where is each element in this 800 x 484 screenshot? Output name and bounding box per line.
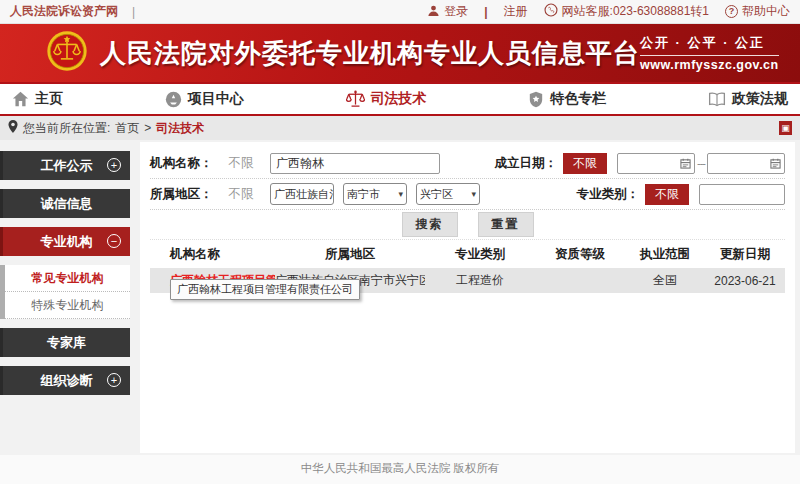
col-header-category: 专业类别	[425, 246, 535, 263]
sidebar-item-work-publicity[interactable]: 工作公示 +	[0, 151, 130, 180]
reset-button[interactable]: 重置	[478, 212, 534, 237]
col-header-qualification: 资质等级	[535, 246, 625, 263]
founded-unlimited-button[interactable]: 不限	[563, 153, 607, 174]
col-header-update-date: 更新日期	[705, 246, 785, 263]
sidebar: 工作公示 + 诚信信息 专业机构 − 常见专业机构 特殊专业机构 专家库 组织诊…	[0, 140, 130, 404]
nav-item-project-center[interactable]: 项目中心	[165, 90, 244, 108]
col-header-region: 所属地区	[275, 246, 425, 263]
scales-icon	[346, 90, 365, 108]
content-area: 工作公示 + 诚信信息 专业机构 − 常见专业机构 特殊专业机构 专家库 组织诊…	[0, 140, 800, 455]
nav-item-home[interactable]: 主页	[12, 90, 63, 108]
breadcrumb-current: 司法技术	[156, 120, 204, 137]
cell-category: 工程造价	[425, 272, 535, 289]
hotline: 网站客服:023-63088881转1	[544, 3, 709, 20]
top-utility-bar: 人民法院诉讼资产网 | 登录 | 注册 网站客服:023-63088881转1 …	[0, 0, 800, 24]
breadcrumb-separator: >	[144, 121, 151, 135]
chevron-down-icon: ▾	[471, 189, 476, 199]
register-link[interactable]: 注册	[504, 3, 528, 20]
founded-date-label: 成立日期：	[495, 155, 558, 172]
sidebar-item-org-diagnosis[interactable]: 组织诊断 +	[0, 366, 130, 395]
form-buttons-row: 搜索 重置	[150, 210, 785, 240]
category-label: 专业类别：	[577, 186, 640, 203]
calendar-icon	[770, 158, 781, 169]
shield-icon	[528, 91, 544, 108]
breadcrumb-tool-button[interactable]: ▣	[779, 121, 792, 135]
org-name-label: 机构名称：	[150, 155, 218, 172]
founded-start-date-input[interactable]	[617, 153, 695, 174]
breadcrumb-home[interactable]: 首页	[115, 120, 139, 137]
breadcrumb: 您当前所在位置: 首页 > 司法技术 ▣	[0, 116, 800, 140]
sidebar-item-professional-orgs[interactable]: 专业机构 −	[0, 227, 130, 256]
site-url: www.rmfysszc.gov.cn	[640, 58, 779, 72]
litigation-assets-site-link[interactable]: 人民法院诉讼资产网	[10, 3, 118, 20]
project-icon	[165, 91, 182, 108]
site-title: 人民法院对外委托专业机构专业人员信息平台	[100, 36, 640, 71]
province-select[interactable]: 广西壮族自治 ▾	[270, 183, 334, 205]
form-row-org-name: 机构名称： 不限 成立日期： 不限 ---	[150, 148, 785, 179]
site-banner: 人民法院对外委托专业机构专业人员信息平台 公开 · 公平 · 公正 www.rm…	[0, 24, 800, 82]
district-select[interactable]: 兴宁区 ▾	[416, 183, 480, 205]
category-unlimited-button[interactable]: 不限	[645, 184, 689, 205]
org-name-unlimited-option[interactable]: 不限	[218, 155, 264, 172]
col-header-practice-scope: 执业范围	[625, 246, 705, 263]
chevron-down-icon: ▾	[398, 189, 403, 199]
site-slogan: 公开 · 公平 · 公正	[640, 34, 779, 56]
results-table-header: 机构名称 所属地区 专业类别 资质等级 执业范围 更新日期	[150, 240, 785, 268]
cell-practice-scope: 全国	[625, 272, 705, 289]
court-emblem-logo	[46, 30, 88, 76]
nav-item-special-column[interactable]: 特色专栏	[528, 90, 606, 108]
book-icon	[708, 92, 726, 107]
user-icon	[427, 4, 440, 20]
calendar-icon	[680, 158, 691, 169]
plus-circle-icon: +	[107, 373, 121, 387]
search-button[interactable]: 搜索	[402, 212, 458, 237]
submenu-item-common-orgs[interactable]: 常见专业机构	[5, 265, 130, 292]
founded-end-date-input[interactable]	[707, 153, 785, 174]
sidebar-item-integrity-info[interactable]: 诚信信息	[0, 189, 130, 218]
footer-copyright: 中华人民共和国最高人民法院 版权所有	[0, 455, 800, 484]
plus-circle-icon: +	[107, 158, 121, 172]
col-header-org-name: 机构名称	[150, 246, 275, 263]
category-input[interactable]	[699, 184, 785, 205]
topbar-divider: |	[132, 5, 135, 19]
breadcrumb-prefix: 您当前所在位置:	[23, 120, 110, 137]
sidebar-item-expert-library[interactable]: 专家库	[0, 328, 130, 357]
submenu-item-special-orgs[interactable]: 特殊专业机构	[5, 292, 130, 319]
main-panel: 机构名称： 不限 成立日期： 不限 --- 所属地区： 不限	[140, 142, 795, 453]
org-name-input[interactable]	[270, 153, 440, 174]
help-center-link[interactable]: ? 帮助中心	[725, 3, 790, 20]
nav-item-policies[interactable]: 政策法规	[708, 90, 788, 108]
date-range-separator: ---	[697, 157, 705, 169]
org-name-tooltip: 广西翰林工程项目管理有限责任公司	[170, 279, 360, 300]
nav-item-judicial-tech[interactable]: 司法技术	[346, 90, 427, 108]
minus-circle-icon: −	[107, 234, 121, 248]
home-icon	[12, 91, 29, 107]
form-row-region: 所属地区： 不限 广西壮族自治 ▾ 南宁市 ▾ 兴宁区 ▾ 专业类别： 不限	[150, 179, 785, 210]
login-link[interactable]: 登录	[427, 3, 468, 20]
city-select[interactable]: 南宁市 ▾	[343, 183, 407, 205]
main-nav: 主页 项目中心 司法技术 特色专栏 政策法规	[0, 82, 800, 116]
location-pin-icon	[8, 120, 18, 136]
phone-icon	[544, 3, 558, 20]
cell-update-date: 2023-06-21	[705, 274, 785, 288]
region-unlimited-option[interactable]: 不限	[218, 186, 264, 203]
region-label: 所属地区：	[150, 186, 218, 203]
auth-separator: |	[484, 5, 487, 19]
question-icon: ?	[725, 5, 738, 18]
professional-orgs-submenu: 常见专业机构 特殊专业机构	[0, 265, 130, 319]
